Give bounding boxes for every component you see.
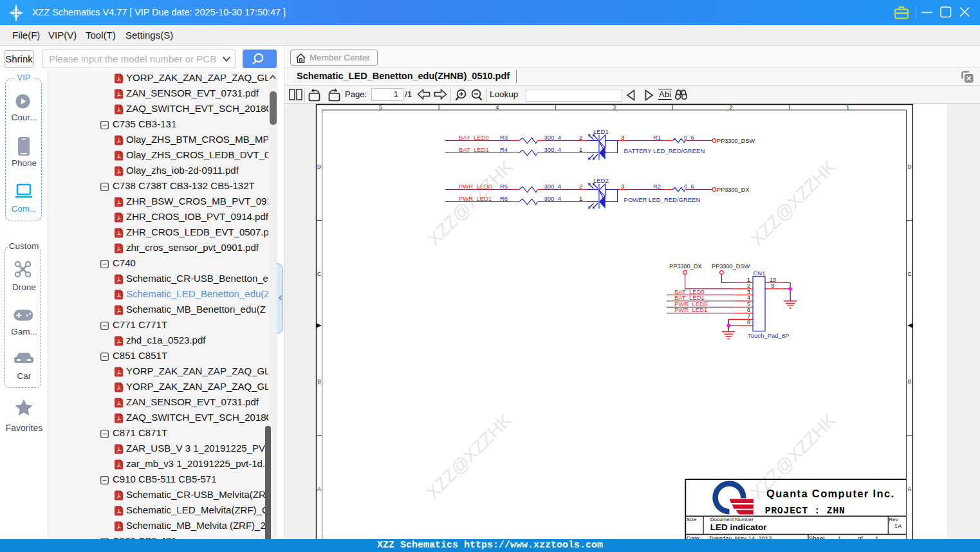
svg-text:6: 6 <box>747 307 750 313</box>
svg-text:300_4: 300_4 <box>544 134 561 141</box>
svg-text:R6: R6 <box>500 195 508 202</box>
svg-text:3: 3 <box>621 183 624 190</box>
svg-text:4: 4 <box>747 295 750 301</box>
svg-text:PWR_LED0: PWR_LED0 <box>459 183 492 190</box>
svg-text:1: 1 <box>579 195 582 202</box>
svg-text:7: 7 <box>747 313 750 320</box>
svg-text:Quanta Computer Inc.: Quanta Computer Inc. <box>766 488 894 499</box>
svg-text:CN1: CN1 <box>753 270 766 277</box>
svg-text:2: 2 <box>579 183 582 190</box>
svg-text:C: C <box>907 271 911 277</box>
svg-text:D: D <box>907 163 911 170</box>
svg-text:PWR_LED1: PWR_LED1 <box>674 306 707 313</box>
svg-text:A: A <box>908 486 912 492</box>
svg-text:PWR_LED1: PWR_LED1 <box>459 195 492 202</box>
svg-text:BAT_LED0: BAT_LED0 <box>459 134 489 141</box>
svg-text:R4: R4 <box>500 146 508 153</box>
svg-text:5: 5 <box>379 104 382 111</box>
svg-text:1: 1 <box>846 104 849 111</box>
svg-text:2: 2 <box>579 134 582 141</box>
svg-text:A: A <box>317 486 321 492</box>
svg-text:0_6: 0_6 <box>684 183 694 190</box>
svg-text:1A: 1A <box>894 522 902 529</box>
svg-text:R3: R3 <box>500 134 508 141</box>
svg-text:XZZ@XZZHK: XZZ@XZZHK <box>746 156 840 250</box>
svg-text:2: 2 <box>747 282 750 289</box>
svg-text:POWER LED_RED/GREEN: POWER LED_RED/GREEN <box>624 196 701 203</box>
svg-text:300_4: 300_4 <box>544 146 561 153</box>
svg-text:PP3300_DX: PP3300_DX <box>669 263 702 270</box>
svg-text:R5: R5 <box>500 183 508 190</box>
svg-text:XZZ@XZZHK: XZZ@XZZHK <box>422 410 515 503</box>
svg-text:4: 4 <box>496 104 499 111</box>
svg-text:3: 3 <box>747 289 750 295</box>
svg-text:LED2: LED2 <box>593 177 609 184</box>
svg-text:BATTERY LED_RED/GREEN: BATTERY LED_RED/GREEN <box>624 147 705 154</box>
svg-text:10: 10 <box>770 277 776 283</box>
svg-text:PP3300_DX: PP3300_DX <box>717 187 750 193</box>
svg-text:1: 1 <box>747 277 750 283</box>
svg-text:BAT_LED1: BAT_LED1 <box>459 146 489 153</box>
svg-text:C: C <box>317 271 321 277</box>
svg-text:PP3300_DSW: PP3300_DSW <box>712 263 750 270</box>
svg-text:PROJECT : ZHN: PROJECT : ZHN <box>765 506 846 516</box>
svg-text:XZZ@XZZHK: XZZ@XZZHK <box>423 156 517 250</box>
svg-text:R2: R2 <box>653 183 661 190</box>
svg-text:Touch_Pad_8P: Touch_Pad_8P <box>748 332 789 339</box>
svg-text:1: 1 <box>579 146 582 153</box>
svg-text:300_4: 300_4 <box>544 183 561 190</box>
svg-text:300_4: 300_4 <box>544 195 561 202</box>
svg-text:2: 2 <box>730 104 733 111</box>
svg-text:Size: Size <box>687 517 697 522</box>
svg-text:9: 9 <box>772 282 775 289</box>
svg-text:R1: R1 <box>653 134 661 141</box>
svg-text:PP3300_DSW: PP3300_DSW <box>717 138 755 144</box>
svg-text:0_6: 0_6 <box>684 134 694 141</box>
svg-text:3: 3 <box>613 104 616 111</box>
svg-text:D: D <box>317 163 321 170</box>
svg-text:LED1: LED1 <box>593 128 609 135</box>
svg-text:B: B <box>317 378 321 385</box>
svg-text:5: 5 <box>747 301 750 308</box>
svg-text:8: 8 <box>747 319 750 326</box>
svg-text:B: B <box>908 378 912 385</box>
svg-text:3: 3 <box>621 134 624 141</box>
svg-text:LED indicator: LED indicator <box>710 522 768 532</box>
